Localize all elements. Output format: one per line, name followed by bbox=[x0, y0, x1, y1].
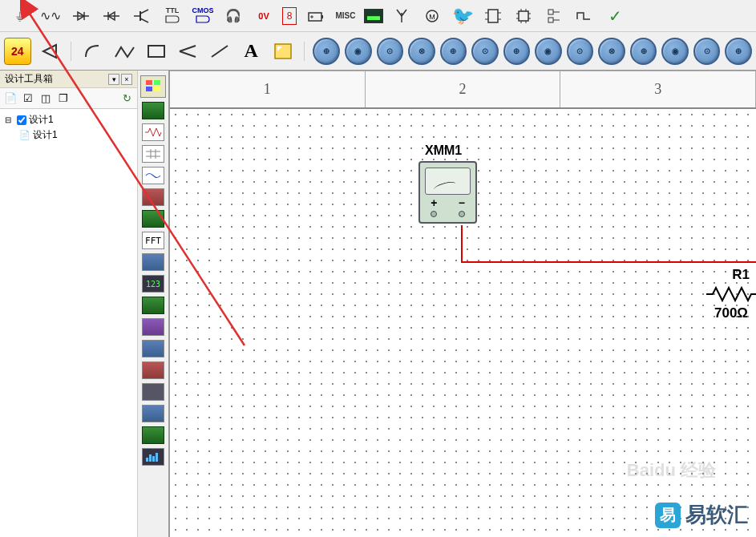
palette-instrument-4[interactable] bbox=[142, 167, 164, 184]
arc-tool-icon[interactable] bbox=[79, 38, 107, 65]
instrument-btn-4[interactable]: ⊗ bbox=[408, 38, 435, 65]
palette-instrument-14[interactable] bbox=[142, 383, 164, 401]
instrument-btn-1[interactable]: ⊕ bbox=[313, 38, 340, 65]
instrument-btn-12[interactable]: ◉ bbox=[661, 38, 689, 65]
instrument-btn-11[interactable]: ⊕ bbox=[630, 38, 657, 65]
instrument-btn-13[interactable]: ⊙ bbox=[693, 38, 721, 65]
palette-instrument-9[interactable]: 123 bbox=[142, 275, 164, 293]
fill-tool-icon[interactable] bbox=[269, 38, 297, 65]
svg-rect-11 bbox=[321, 15, 323, 18]
svg-rect-44 bbox=[146, 87, 152, 91]
multimeter-minus-terminal: − bbox=[459, 196, 465, 209]
instrument-btn-5[interactable]: ⊕ bbox=[440, 38, 467, 65]
headphone-icon[interactable]: 🎧 bbox=[221, 6, 245, 26]
connector-icon[interactable] bbox=[542, 6, 566, 26]
instrument-btn-10[interactable]: ⊗ bbox=[598, 38, 625, 65]
palette-instrument-16[interactable] bbox=[142, 426, 164, 444]
diode-icon[interactable] bbox=[69, 6, 93, 26]
timer-chip-icon[interactable] bbox=[481, 6, 505, 26]
checkbox-icon[interactable]: ☑ bbox=[21, 91, 35, 106]
angle-tool-icon[interactable] bbox=[174, 38, 201, 65]
yiruanhui-badge-icon: 易 bbox=[655, 503, 681, 528]
palette-instrument-6[interactable] bbox=[142, 210, 164, 228]
meter-icon[interactable]: M bbox=[420, 6, 444, 26]
palette-instrument-1[interactable] bbox=[142, 102, 164, 119]
multimeter-screen bbox=[425, 168, 471, 195]
mode-badge[interactable]: 24 bbox=[4, 38, 31, 65]
sidebar-close-btn[interactable]: × bbox=[121, 74, 132, 85]
palette-instrument-15[interactable] bbox=[142, 405, 164, 422]
window-icon[interactable]: ◫ bbox=[38, 91, 53, 106]
instrument-btn-9[interactable]: ⊙ bbox=[567, 38, 594, 65]
resistor-icon[interactable]: ∿∿ bbox=[38, 6, 63, 26]
resistor-name: R1 bbox=[706, 267, 756, 283]
instrument-btn-14[interactable]: ⊕ bbox=[725, 38, 752, 65]
sidebar-title-text: 设计工具箱 bbox=[5, 72, 53, 86]
palette-instrument-10[interactable] bbox=[142, 297, 164, 314]
tree-root-checkbox[interactable] bbox=[17, 115, 26, 125]
monitor-icon[interactable]: ▬ bbox=[364, 9, 383, 23]
copy-icon[interactable]: ❐ bbox=[56, 91, 71, 106]
palette-instrument-2[interactable] bbox=[142, 123, 164, 141]
polyline-tool-icon[interactable] bbox=[111, 38, 138, 65]
svg-marker-37 bbox=[43, 45, 56, 58]
ground-icon[interactable]: ⏚ bbox=[8, 6, 32, 26]
zener-icon[interactable] bbox=[99, 6, 123, 26]
wire-segment[interactable] bbox=[461, 261, 756, 263]
baidu-watermark: Baidu 经验 bbox=[627, 458, 716, 482]
check-green-icon[interactable]: ✓ bbox=[603, 6, 627, 26]
transistor-icon[interactable] bbox=[130, 6, 154, 26]
triangle-tool-icon[interactable] bbox=[36, 38, 63, 65]
palette-instrument-12[interactable] bbox=[142, 340, 164, 357]
antenna-icon[interactable] bbox=[390, 6, 414, 26]
multimeter-body[interactable]: + − bbox=[418, 161, 477, 224]
resistor-symbol bbox=[706, 286, 756, 302]
tree-root-item[interactable]: ⊟ 设计1 bbox=[3, 112, 134, 127]
line-tool-icon[interactable] bbox=[206, 38, 233, 65]
display-7seg-icon[interactable]: 8 bbox=[282, 7, 297, 25]
svg-text:M: M bbox=[429, 13, 435, 21]
battery-icon[interactable] bbox=[303, 6, 327, 26]
instrument-btn-2[interactable]: ◉ bbox=[345, 38, 372, 65]
resistor-component[interactable]: R1 700Ω bbox=[706, 267, 756, 321]
instrument-btn-6[interactable]: ⊙ bbox=[471, 38, 499, 65]
palette-instrument-13[interactable] bbox=[142, 361, 164, 379]
svg-rect-43 bbox=[154, 80, 160, 85]
multimeter-port-neg[interactable] bbox=[459, 211, 465, 217]
wire-segment[interactable] bbox=[461, 225, 463, 261]
svg-rect-45 bbox=[154, 87, 160, 91]
bird-icon[interactable]: 🐦 bbox=[451, 6, 475, 26]
misc-icon[interactable]: MISC bbox=[334, 6, 358, 26]
multimeter-component[interactable]: XMM1 + − bbox=[418, 161, 481, 225]
svg-rect-33 bbox=[548, 10, 553, 14]
tree-child-label: 设计1 bbox=[33, 128, 58, 142]
tree-collapse-icon[interactable]: ⊟ bbox=[5, 115, 14, 124]
voltage-source-icon[interactable]: 0V bbox=[252, 6, 276, 26]
palette-instrument-5[interactable] bbox=[142, 188, 164, 206]
ttl-icon[interactable]: TTL bbox=[160, 6, 184, 26]
palette-instrument-17[interactable] bbox=[142, 448, 164, 466]
instrument-btn-7[interactable]: ⊕ bbox=[503, 38, 531, 65]
instrument-btn-3[interactable]: ⊙ bbox=[377, 38, 404, 65]
svg-line-15 bbox=[397, 10, 402, 16]
svg-line-9 bbox=[140, 18, 148, 22]
sidebar-toolbar: 📄 ☑ ◫ ❐ ↻ bbox=[0, 88, 137, 109]
multimeter-port-pos[interactable] bbox=[431, 211, 437, 217]
tree-child-item[interactable]: 📄 设计1 bbox=[18, 127, 134, 143]
new-doc-icon[interactable]: 📄 bbox=[3, 91, 18, 106]
cmos-icon[interactable]: CMOS bbox=[191, 6, 215, 26]
instrument-btn-8[interactable]: ◉ bbox=[535, 38, 562, 65]
palette-instrument-11[interactable] bbox=[142, 318, 164, 336]
ruler-mark-1: 1 bbox=[170, 71, 366, 107]
palette-instrument-7[interactable]: FFT bbox=[142, 232, 164, 249]
palette-main-icon[interactable] bbox=[140, 75, 166, 98]
rectangle-tool-icon[interactable] bbox=[143, 38, 170, 65]
sidebar-dropdown-btn[interactable]: ▾ bbox=[108, 74, 119, 85]
square-wave-icon[interactable] bbox=[572, 6, 596, 26]
ic-chip-icon[interactable] bbox=[511, 6, 536, 26]
palette-instrument-8[interactable] bbox=[142, 253, 164, 271]
refresh-icon[interactable]: ↻ bbox=[119, 91, 134, 106]
text-tool-icon[interactable]: A bbox=[237, 38, 265, 65]
svg-rect-53 bbox=[156, 453, 158, 462]
palette-instrument-3[interactable] bbox=[142, 145, 164, 163]
